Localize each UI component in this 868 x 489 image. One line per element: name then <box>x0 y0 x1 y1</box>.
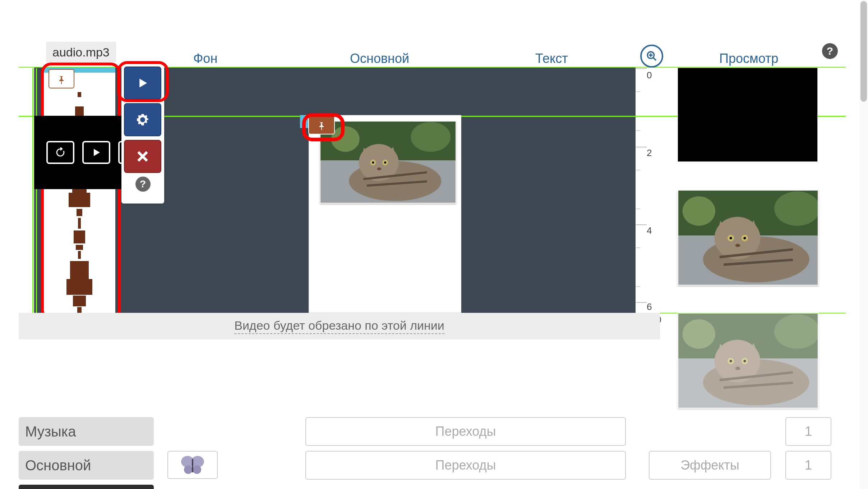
svg-point-68 <box>193 465 201 474</box>
svg-point-60 <box>730 360 732 362</box>
ruler-tick <box>636 224 647 225</box>
main-clip-handle[interactable] <box>300 115 309 128</box>
svg-rect-11 <box>78 251 81 259</box>
main-clip-pin-button[interactable] <box>308 115 335 134</box>
main-clip-thumbnail[interactable] <box>320 121 456 204</box>
close-icon <box>135 149 150 164</box>
section-next-label[interactable] <box>19 485 154 489</box>
svg-point-26 <box>372 161 374 164</box>
help-button[interactable]: ? <box>822 43 838 59</box>
zoom-in-button[interactable] <box>640 45 663 68</box>
svg-point-37 <box>683 196 715 226</box>
svg-point-45 <box>730 237 732 239</box>
audio-pin-button[interactable] <box>49 69 74 88</box>
ruler-tick <box>636 286 640 287</box>
ruler-tick <box>636 130 640 131</box>
svg-rect-69 <box>192 459 193 472</box>
cat-image <box>320 122 456 203</box>
svg-point-61 <box>743 360 746 362</box>
pin-icon <box>314 117 329 132</box>
svg-rect-15 <box>77 307 82 313</box>
svg-rect-0 <box>78 92 81 97</box>
svg-point-52 <box>683 319 715 349</box>
section-music-label[interactable]: Музыка <box>19 417 154 446</box>
toolbar-settings-button[interactable] <box>124 103 161 136</box>
toolbar-delete-button[interactable] <box>124 140 161 173</box>
svg-point-46 <box>743 237 746 239</box>
butterfly-icon <box>180 454 206 476</box>
reload-icon <box>54 146 66 159</box>
tab-audio[interactable]: audio.mp3 <box>46 42 116 62</box>
svg-line-32 <box>653 58 656 60</box>
play-icon <box>135 76 150 91</box>
svg-point-19 <box>411 122 451 152</box>
ruler-tick <box>636 68 647 69</box>
section-main-label[interactable]: Основной <box>19 451 154 480</box>
ruler-tick <box>636 170 640 170</box>
cat-image <box>678 314 818 408</box>
column-header-main[interactable]: Основной <box>350 51 409 66</box>
toolbar-help-button[interactable]: ? <box>135 177 151 192</box>
ruler-tick <box>636 209 640 209</box>
svg-point-18 <box>331 126 360 152</box>
toolbar-play-button[interactable] <box>124 67 161 100</box>
svg-rect-13 <box>66 279 92 295</box>
preview-frame-2[interactable] <box>678 313 818 408</box>
popup-reload-button[interactable] <box>46 141 74 164</box>
ruler-label-2: 2 <box>647 147 652 159</box>
play-icon <box>90 146 102 159</box>
svg-point-62 <box>735 367 740 370</box>
audio-clip-marker[interactable] <box>36 68 37 313</box>
svg-rect-6 <box>69 193 90 207</box>
gear-icon <box>135 112 150 127</box>
popup-play-button[interactable] <box>82 141 110 164</box>
svg-rect-7 <box>77 209 82 216</box>
ruler-label-0: 0 <box>647 70 652 81</box>
svg-rect-8 <box>78 218 81 229</box>
svg-point-28 <box>377 168 381 170</box>
zoom-in-icon <box>646 50 657 62</box>
clip-toolbar: ? <box>121 64 164 204</box>
preview-frame-0[interactable] <box>678 68 818 162</box>
cat-image <box>678 191 818 285</box>
column-header-text[interactable]: Текст <box>535 51 568 66</box>
preview-frame-1[interactable] <box>678 190 818 285</box>
transitions-dropdown-1[interactable]: Переходы <box>305 417 626 446</box>
crop-message-bar: Видео будет обрезано по этой линии <box>19 313 660 339</box>
ruler-tick <box>636 247 640 248</box>
svg-point-47 <box>735 244 740 247</box>
count-field-1[interactable]: 1 <box>785 417 831 446</box>
media-thumbnail-butterfly[interactable] <box>167 451 218 479</box>
svg-rect-12 <box>70 261 89 279</box>
page-scrollbar-thumb[interactable] <box>860 1 867 102</box>
audio-clip-start-marker[interactable] <box>32 68 33 313</box>
crop-message-link[interactable]: Видео будет обрезано по этой линии <box>234 319 444 334</box>
svg-point-27 <box>384 161 386 164</box>
transitions-dropdown-2[interactable]: Переходы <box>305 451 626 480</box>
page-scrollbar-track[interactable] <box>859 0 868 489</box>
ruler-tick <box>636 147 647 147</box>
ruler-tick <box>636 302 647 303</box>
effects-dropdown[interactable]: Эффекты <box>649 451 771 480</box>
svg-point-67 <box>184 465 193 474</box>
time-ruler <box>636 68 660 313</box>
ruler-label-6: 6 <box>647 301 652 312</box>
svg-rect-10 <box>76 245 83 250</box>
pin-icon <box>54 71 69 86</box>
ruler-label-4: 4 <box>647 225 652 236</box>
count-field-2[interactable]: 1 <box>785 451 831 480</box>
svg-rect-14 <box>73 296 86 306</box>
ruler-tick <box>636 91 640 92</box>
column-header-preview: Просмотр <box>719 51 778 66</box>
svg-rect-9 <box>74 230 85 243</box>
column-header-background[interactable]: Фон <box>193 51 217 66</box>
